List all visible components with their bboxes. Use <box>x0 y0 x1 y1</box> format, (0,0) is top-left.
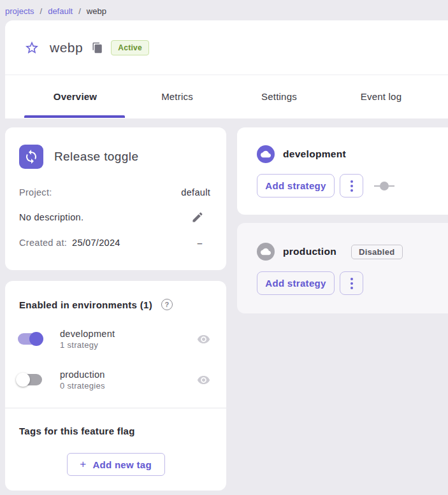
right-column: development Add strategy production Disa… <box>237 127 448 313</box>
page-title: webp <box>50 40 83 55</box>
edit-description-icon[interactable] <box>191 211 204 224</box>
header-card: webp Active Overview Metrics Settings Ev… <box>5 20 448 118</box>
copy-icon[interactable] <box>92 42 103 54</box>
tab-bar: Overview Metrics Settings Event log <box>5 75 448 118</box>
help-icon[interactable]: ? <box>161 299 173 310</box>
description-text: No description. <box>19 212 83 222</box>
kebab-menu-icon[interactable] <box>340 174 363 197</box>
cloud-environment-icon <box>257 145 275 163</box>
add-new-tag-button[interactable]: + Add new tag <box>67 453 165 476</box>
breadcrumb-projects[interactable]: projects <box>5 6 34 16</box>
environment-row-production: production 0 strategies <box>5 368 226 392</box>
add-strategy-button[interactable]: Add strategy <box>257 174 335 197</box>
created-at-value: 25/07/2024 <box>72 238 120 248</box>
breadcrumb-separator: / <box>78 6 81 16</box>
tab-metrics[interactable]: Metrics <box>126 75 228 118</box>
feature-flag-page: projects / default / webp webp Active Ov… <box>0 0 448 495</box>
tags-section: Tags for this feature flag + Add new tag <box>5 408 226 476</box>
environment-strategy-count: 0 strategies <box>60 381 105 391</box>
favorite-star-icon[interactable] <box>24 40 40 55</box>
breadcrumb-separator: / <box>40 6 43 16</box>
tab-label: Event log <box>361 91 401 102</box>
add-strategy-button[interactable]: Add strategy <box>257 271 335 295</box>
kebab-menu-icon[interactable] <box>340 271 363 295</box>
environment-name: production <box>60 369 105 380</box>
tab-label: Settings <box>261 91 297 102</box>
environments-title: Enabled in environments (1) <box>19 299 152 310</box>
breadcrumb-current: webp <box>87 6 106 16</box>
visibility-eye-icon[interactable] <box>197 373 210 387</box>
cloud-environment-icon <box>257 243 275 261</box>
environments-card: Enabled in environments (1) ? developmen… <box>5 281 226 491</box>
left-column: Release toggle Project: default No descr… <box>5 127 226 491</box>
disabled-chip: Disabled <box>351 245 403 259</box>
created-at-label: Created at: <box>19 238 67 248</box>
add-new-tag-label: Add new tag <box>92 459 151 470</box>
overview-content: Release toggle Project: default No descr… <box>0 118 448 495</box>
strategy-panel-production: production Disabled Add strategy <box>237 223 448 313</box>
tab-label: Overview <box>54 91 97 102</box>
breadcrumb: projects / default / webp <box>5 0 106 20</box>
tab-settings[interactable]: Settings <box>228 75 330 118</box>
release-toggle-icon <box>19 145 43 169</box>
production-toggle[interactable] <box>18 374 42 385</box>
strategy-panel-development: development Add strategy <box>237 127 448 215</box>
collapse-icon[interactable]: – <box>197 238 203 248</box>
environment-row-development: development 1 strategy <box>5 327 226 351</box>
tab-label: Metrics <box>161 91 193 102</box>
breadcrumb-default[interactable]: default <box>48 6 73 16</box>
environment-name: development <box>60 329 115 339</box>
visibility-eye-icon[interactable] <box>197 333 210 346</box>
tab-event-log[interactable]: Event log <box>330 75 432 118</box>
status-badge: Active <box>111 40 149 55</box>
development-toggle[interactable] <box>18 333 42 345</box>
environment-strategy-count: 1 strategy <box>60 340 115 350</box>
strategy-env-name: production <box>283 246 336 257</box>
strategy-connector-icon <box>374 182 394 190</box>
tab-overview[interactable]: Overview <box>24 75 126 118</box>
plus-icon: + <box>80 458 86 471</box>
strategy-env-name: development <box>283 148 346 160</box>
flag-type-card: Release toggle Project: default No descr… <box>5 127 226 270</box>
title-row: webp Active <box>5 20 448 75</box>
tags-title: Tags for this feature flag <box>19 426 212 436</box>
project-value[interactable]: default <box>181 187 210 197</box>
project-label: Project: <box>19 187 52 197</box>
flag-type-title: Release toggle <box>54 150 138 164</box>
